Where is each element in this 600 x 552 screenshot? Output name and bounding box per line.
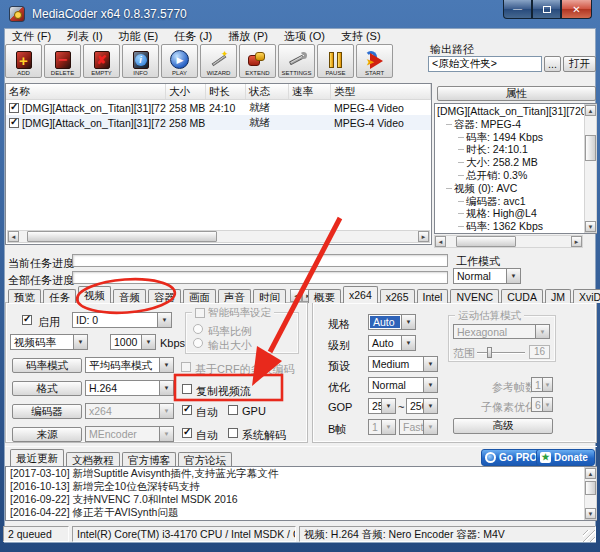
column-rate[interactable]: 速率 — [289, 84, 331, 99]
scroll-down-icon[interactable]: ▼ — [585, 508, 596, 519]
tab-audio[interactable]: 音频 — [113, 289, 146, 303]
chevron-down-icon[interactable] — [423, 378, 437, 392]
toolbar-play-button[interactable]: PLAY — [161, 44, 198, 78]
bitrate-ratio-radio[interactable] — [193, 324, 203, 334]
tab-blog[interactable]: 官方博客 — [122, 452, 176, 466]
scrollbar-thumb[interactable] — [585, 481, 596, 495]
close-button[interactable]: ✕ — [561, 0, 592, 19]
menu-support[interactable]: 支持 (S) — [334, 29, 390, 43]
toolbar-info-button[interactable]: i INFO — [122, 44, 159, 78]
bitrate-type-select[interactable]: 视频码率 — [10, 334, 88, 350]
tab-intel[interactable]: Intel — [417, 289, 449, 303]
properties-vertical-scrollbar[interactable]: ▲ ▼ — [584, 104, 597, 233]
output-size-radio[interactable] — [193, 338, 203, 348]
tab-xvid[interactable]: XviD — [573, 289, 600, 303]
tab-scroll-left-icon[interactable]: ◄ — [290, 289, 302, 302]
properties-horizontal-scrollbar[interactable]: ◄ ► — [434, 235, 583, 248]
range-slider-thumb[interactable] — [487, 347, 492, 358]
title-bar[interactable]: MediaCoder x64 0.8.37.5770 — ✕ — [0, 0, 600, 28]
advanced-button[interactable]: 高级 — [453, 418, 553, 434]
maximize-button[interactable] — [532, 0, 561, 19]
scrollbar-thumb[interactable] — [27, 231, 217, 242]
smart-bitrate-checkbox[interactable] — [195, 308, 205, 318]
chevron-down-icon[interactable] — [157, 313, 171, 327]
encoder-button[interactable]: 编码器 — [12, 404, 82, 419]
table-row[interactable]: [DMG][Attack_on_Titan][31][720P... 258 M… — [6, 100, 431, 115]
gop-max-select[interactable]: 250 — [406, 398, 438, 414]
tab-x264[interactable]: x264 — [343, 286, 378, 303]
chevron-down-icon[interactable] — [423, 399, 437, 413]
toolbar-extend-button[interactable]: EXTEND — [239, 44, 276, 78]
gpu-checkbox[interactable] — [228, 405, 238, 415]
toolbar-delete-button[interactable]: − DELETE — [44, 44, 81, 78]
toolbar-wizard-button[interactable]: ✦ WIZARD — [200, 44, 237, 78]
chevron-down-icon[interactable] — [423, 357, 437, 371]
column-size[interactable]: 大小 — [166, 84, 206, 99]
enable-video-checkbox[interactable] — [22, 315, 32, 325]
menu-list[interactable]: 列表 (I) — [60, 29, 111, 43]
chevron-down-icon[interactable] — [141, 335, 155, 349]
list-horizontal-scrollbar[interactable]: ◄ ► — [7, 230, 430, 243]
column-status[interactable]: 状态 — [246, 84, 289, 99]
source-button[interactable]: 来源 — [12, 427, 82, 442]
format-select[interactable]: H.264 — [85, 380, 174, 396]
gop-min-select[interactable]: 25 — [368, 398, 396, 414]
tab-docs[interactable]: 文档教程 — [66, 452, 120, 466]
menu-options[interactable]: 选项 (O) — [277, 29, 334, 43]
bitrate-value-select[interactable]: 1000 — [110, 334, 156, 350]
work-mode-select[interactable]: Normal — [453, 268, 521, 284]
scroll-left-icon[interactable]: ◄ — [8, 231, 19, 242]
column-duration[interactable]: 时长 — [206, 84, 246, 99]
scroll-down-icon[interactable]: ▼ — [585, 221, 596, 232]
tune-select[interactable]: Normal — [368, 377, 438, 393]
changelog-box[interactable]: [2017-03-10] 新增Suptitle Avisynth插件,支持蓝光字… — [5, 466, 597, 521]
crf-multipass-checkbox[interactable] — [181, 362, 191, 372]
profile-select[interactable]: Auto — [368, 314, 416, 330]
tab-forum[interactable]: 官方论坛 — [178, 452, 232, 466]
stream-id-select[interactable]: ID: 0 — [72, 312, 172, 328]
toolbar-pause-button[interactable]: PAUSE — [317, 44, 354, 78]
tab-summary[interactable]: 概要 — [308, 289, 341, 303]
range-slider[interactable] — [477, 352, 525, 354]
row-checkbox[interactable] — [9, 118, 19, 128]
menu-file[interactable]: 文件 (F) — [5, 29, 60, 43]
chevron-down-icon[interactable] — [159, 381, 173, 395]
tab-container[interactable]: 容器 — [148, 289, 181, 303]
scrollbar-thumb[interactable] — [456, 236, 516, 247]
table-row[interactable]: [DMG][Attack_on_Titan][31][720P... 258 M… — [6, 115, 431, 130]
output-path-input[interactable] — [428, 56, 542, 72]
donate-button[interactable]: ★ Donate — [536, 449, 595, 466]
chevron-down-icon[interactable] — [73, 335, 87, 349]
scroll-up-icon[interactable]: ▲ — [585, 105, 596, 116]
go-pro-button[interactable]: Go PRO — [481, 449, 544, 466]
tab-video[interactable]: 视频 — [78, 286, 111, 303]
chevron-down-icon[interactable] — [401, 315, 415, 329]
scroll-right-icon[interactable]: ► — [418, 231, 429, 242]
chevron-down-icon[interactable] — [506, 269, 520, 283]
scrollbar-thumb[interactable] — [585, 135, 596, 161]
toolbar-add-button[interactable]: + ADD — [5, 44, 42, 78]
system-decode-checkbox[interactable] — [228, 428, 238, 438]
tab-x265[interactable]: x265 — [380, 289, 415, 303]
column-name[interactable]: 名称 — [6, 84, 166, 99]
auto-encoder-checkbox[interactable] — [182, 405, 192, 415]
tab-nvenc[interactable]: NVENC — [450, 289, 499, 303]
tab-jm[interactable]: JM — [545, 289, 571, 303]
menu-feature[interactable]: 功能 (E) — [112, 29, 168, 43]
tab-picture[interactable]: 画面 — [183, 289, 216, 303]
level-select[interactable]: Auto — [368, 335, 416, 351]
toolbar-start-button[interactable]: ➤ START — [356, 44, 393, 78]
properties-header[interactable]: 属性 — [437, 86, 596, 101]
menu-task[interactable]: 任务 (J) — [167, 29, 221, 43]
format-button[interactable]: 格式 — [12, 381, 82, 396]
menu-play[interactable]: 播放 (P) — [221, 29, 277, 43]
scroll-left-icon[interactable]: ◄ — [435, 236, 446, 247]
tab-sound[interactable]: 声音 — [218, 289, 251, 303]
copy-video-stream-checkbox[interactable] — [182, 384, 192, 394]
minimize-button[interactable]: — — [503, 0, 532, 19]
rate-mode-button[interactable]: 码率模式 — [12, 358, 82, 373]
chevron-down-icon[interactable] — [381, 399, 395, 413]
tab-preview[interactable]: 预览 — [8, 289, 41, 303]
scroll-right-icon[interactable]: ► — [571, 236, 582, 247]
toolbar-settings-button[interactable]: SETTINGS — [278, 44, 315, 78]
